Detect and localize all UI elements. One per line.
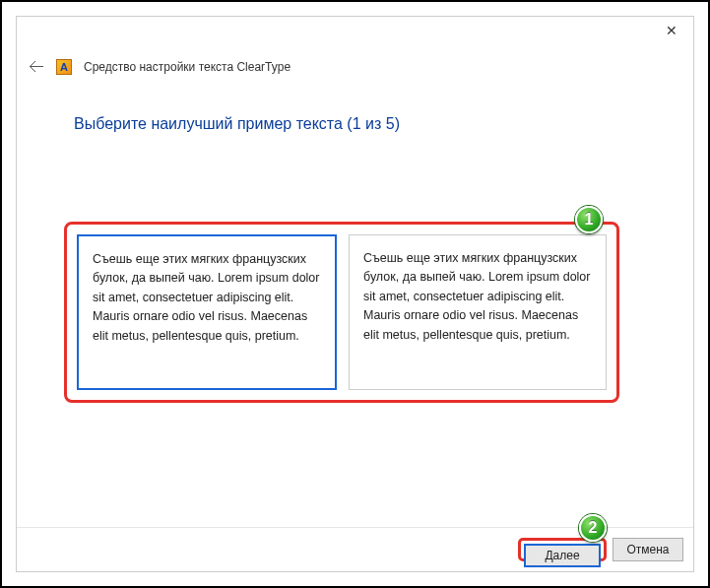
annotation-badge-2: 2 [579, 514, 607, 542]
annotation-badge-1: 1 [575, 206, 603, 233]
app-icon: A [56, 59, 72, 75]
wizard-window: ✕ 🡠 A Средство настройки текста ClearTyp… [16, 16, 694, 572]
next-button[interactable]: Далее [524, 544, 601, 567]
sample-selection-area: Съешь еще этих мягких французских булок,… [64, 222, 619, 403]
back-arrow-icon[interactable]: 🡠 [29, 58, 44, 76]
wizard-button-row: Далее Отмена [518, 538, 683, 561]
text-sample-2[interactable]: Съешь еще этих мягких французских булок,… [349, 234, 607, 390]
screenshot-frame: ✕ 🡠 A Средство настройки текста ClearTyp… [0, 0, 710, 588]
cancel-button[interactable]: Отмена [613, 538, 683, 561]
window-header: 🡠 A Средство настройки текста ClearType [29, 58, 290, 76]
text-sample-1[interactable]: Съешь еще этих мягких французских булок,… [77, 234, 337, 390]
window-title: Средство настройки текста ClearType [84, 60, 290, 74]
close-icon[interactable]: ✕ [660, 21, 683, 40]
page-heading: Выберите наилучший пример текста (1 из 5… [74, 115, 400, 133]
